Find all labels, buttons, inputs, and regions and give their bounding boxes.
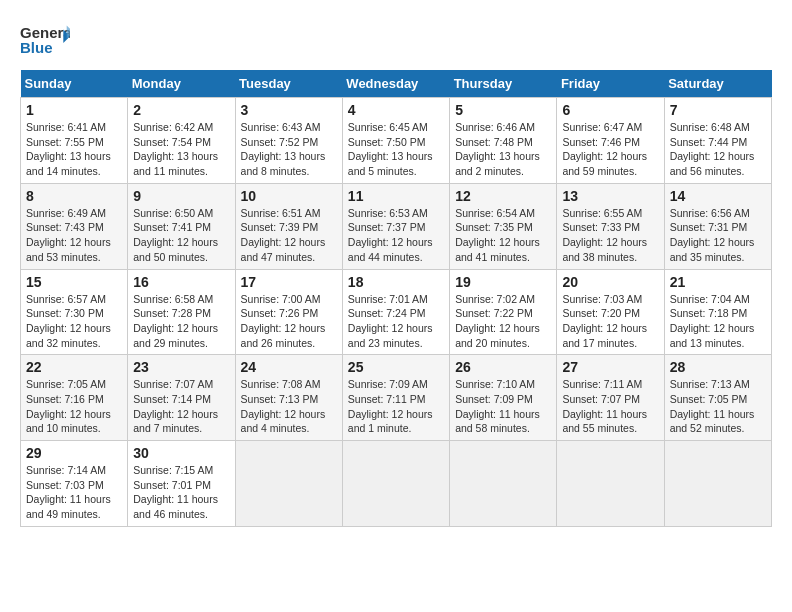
- day-number: 30: [133, 445, 229, 461]
- calendar-cell: 9Sunrise: 6:50 AM Sunset: 7:41 PM Daylig…: [128, 183, 235, 269]
- day-number: 24: [241, 359, 337, 375]
- calendar-cell: 21Sunrise: 7:04 AM Sunset: 7:18 PM Dayli…: [664, 269, 771, 355]
- day-number: 3: [241, 102, 337, 118]
- day-info: Sunrise: 6:56 AM Sunset: 7:31 PM Dayligh…: [670, 206, 766, 265]
- calendar-cell: [450, 441, 557, 527]
- day-number: 2: [133, 102, 229, 118]
- day-info: Sunrise: 7:11 AM Sunset: 7:07 PM Dayligh…: [562, 377, 658, 436]
- day-number: 14: [670, 188, 766, 204]
- calendar-cell: 3Sunrise: 6:43 AM Sunset: 7:52 PM Daylig…: [235, 98, 342, 184]
- calendar-cell: 14Sunrise: 6:56 AM Sunset: 7:31 PM Dayli…: [664, 183, 771, 269]
- day-number: 20: [562, 274, 658, 290]
- day-info: Sunrise: 6:41 AM Sunset: 7:55 PM Dayligh…: [26, 120, 122, 179]
- calendar-table: SundayMondayTuesdayWednesdayThursdayFrid…: [20, 70, 772, 527]
- day-info: Sunrise: 6:55 AM Sunset: 7:33 PM Dayligh…: [562, 206, 658, 265]
- calendar-cell: 18Sunrise: 7:01 AM Sunset: 7:24 PM Dayli…: [342, 269, 449, 355]
- day-number: 9: [133, 188, 229, 204]
- day-info: Sunrise: 6:48 AM Sunset: 7:44 PM Dayligh…: [670, 120, 766, 179]
- calendar-cell: 5Sunrise: 6:46 AM Sunset: 7:48 PM Daylig…: [450, 98, 557, 184]
- day-info: Sunrise: 7:04 AM Sunset: 7:18 PM Dayligh…: [670, 292, 766, 351]
- calendar-cell: 24Sunrise: 7:08 AM Sunset: 7:13 PM Dayli…: [235, 355, 342, 441]
- day-info: Sunrise: 6:53 AM Sunset: 7:37 PM Dayligh…: [348, 206, 444, 265]
- day-info: Sunrise: 6:45 AM Sunset: 7:50 PM Dayligh…: [348, 120, 444, 179]
- day-info: Sunrise: 7:01 AM Sunset: 7:24 PM Dayligh…: [348, 292, 444, 351]
- day-number: 28: [670, 359, 766, 375]
- day-number: 15: [26, 274, 122, 290]
- day-number: 21: [670, 274, 766, 290]
- calendar-cell: [664, 441, 771, 527]
- calendar-cell: 23Sunrise: 7:07 AM Sunset: 7:14 PM Dayli…: [128, 355, 235, 441]
- day-number: 4: [348, 102, 444, 118]
- day-number: 27: [562, 359, 658, 375]
- day-info: Sunrise: 7:14 AM Sunset: 7:03 PM Dayligh…: [26, 463, 122, 522]
- calendar-cell: 26Sunrise: 7:10 AM Sunset: 7:09 PM Dayli…: [450, 355, 557, 441]
- day-info: Sunrise: 6:58 AM Sunset: 7:28 PM Dayligh…: [133, 292, 229, 351]
- day-number: 18: [348, 274, 444, 290]
- day-info: Sunrise: 7:00 AM Sunset: 7:26 PM Dayligh…: [241, 292, 337, 351]
- day-number: 16: [133, 274, 229, 290]
- calendar-cell: 10Sunrise: 6:51 AM Sunset: 7:39 PM Dayli…: [235, 183, 342, 269]
- day-info: Sunrise: 7:13 AM Sunset: 7:05 PM Dayligh…: [670, 377, 766, 436]
- day-info: Sunrise: 7:02 AM Sunset: 7:22 PM Dayligh…: [455, 292, 551, 351]
- column-header-saturday: Saturday: [664, 70, 771, 98]
- calendar-header-row: SundayMondayTuesdayWednesdayThursdayFrid…: [21, 70, 772, 98]
- day-info: Sunrise: 6:49 AM Sunset: 7:43 PM Dayligh…: [26, 206, 122, 265]
- day-info: Sunrise: 6:46 AM Sunset: 7:48 PM Dayligh…: [455, 120, 551, 179]
- day-number: 26: [455, 359, 551, 375]
- day-info: Sunrise: 7:07 AM Sunset: 7:14 PM Dayligh…: [133, 377, 229, 436]
- day-info: Sunrise: 6:42 AM Sunset: 7:54 PM Dayligh…: [133, 120, 229, 179]
- day-info: Sunrise: 7:03 AM Sunset: 7:20 PM Dayligh…: [562, 292, 658, 351]
- calendar-cell: 4Sunrise: 6:45 AM Sunset: 7:50 PM Daylig…: [342, 98, 449, 184]
- logo-icon: General Blue: [20, 20, 70, 60]
- day-number: 5: [455, 102, 551, 118]
- calendar-cell: 8Sunrise: 6:49 AM Sunset: 7:43 PM Daylig…: [21, 183, 128, 269]
- day-number: 7: [670, 102, 766, 118]
- calendar-cell: 15Sunrise: 6:57 AM Sunset: 7:30 PM Dayli…: [21, 269, 128, 355]
- logo: General Blue: [20, 20, 70, 60]
- calendar-cell: 19Sunrise: 7:02 AM Sunset: 7:22 PM Dayli…: [450, 269, 557, 355]
- column-header-sunday: Sunday: [21, 70, 128, 98]
- day-number: 23: [133, 359, 229, 375]
- day-number: 1: [26, 102, 122, 118]
- calendar-cell: 2Sunrise: 6:42 AM Sunset: 7:54 PM Daylig…: [128, 98, 235, 184]
- calendar-cell: 1Sunrise: 6:41 AM Sunset: 7:55 PM Daylig…: [21, 98, 128, 184]
- column-header-friday: Friday: [557, 70, 664, 98]
- day-info: Sunrise: 7:08 AM Sunset: 7:13 PM Dayligh…: [241, 377, 337, 436]
- calendar-cell: [557, 441, 664, 527]
- day-info: Sunrise: 6:43 AM Sunset: 7:52 PM Dayligh…: [241, 120, 337, 179]
- day-info: Sunrise: 6:54 AM Sunset: 7:35 PM Dayligh…: [455, 206, 551, 265]
- calendar-cell: [342, 441, 449, 527]
- day-number: 13: [562, 188, 658, 204]
- day-number: 6: [562, 102, 658, 118]
- calendar-week-3: 15Sunrise: 6:57 AM Sunset: 7:30 PM Dayli…: [21, 269, 772, 355]
- calendar-cell: 6Sunrise: 6:47 AM Sunset: 7:46 PM Daylig…: [557, 98, 664, 184]
- day-number: 12: [455, 188, 551, 204]
- calendar-cell: [235, 441, 342, 527]
- calendar-cell: 22Sunrise: 7:05 AM Sunset: 7:16 PM Dayli…: [21, 355, 128, 441]
- day-number: 11: [348, 188, 444, 204]
- calendar-cell: 7Sunrise: 6:48 AM Sunset: 7:44 PM Daylig…: [664, 98, 771, 184]
- calendar-cell: 11Sunrise: 6:53 AM Sunset: 7:37 PM Dayli…: [342, 183, 449, 269]
- day-info: Sunrise: 6:57 AM Sunset: 7:30 PM Dayligh…: [26, 292, 122, 351]
- day-number: 10: [241, 188, 337, 204]
- calendar-cell: 28Sunrise: 7:13 AM Sunset: 7:05 PM Dayli…: [664, 355, 771, 441]
- calendar-week-5: 29Sunrise: 7:14 AM Sunset: 7:03 PM Dayli…: [21, 441, 772, 527]
- column-header-wednesday: Wednesday: [342, 70, 449, 98]
- day-info: Sunrise: 6:51 AM Sunset: 7:39 PM Dayligh…: [241, 206, 337, 265]
- day-number: 17: [241, 274, 337, 290]
- calendar-cell: 29Sunrise: 7:14 AM Sunset: 7:03 PM Dayli…: [21, 441, 128, 527]
- day-number: 19: [455, 274, 551, 290]
- column-header-monday: Monday: [128, 70, 235, 98]
- calendar-cell: 13Sunrise: 6:55 AM Sunset: 7:33 PM Dayli…: [557, 183, 664, 269]
- day-info: Sunrise: 7:09 AM Sunset: 7:11 PM Dayligh…: [348, 377, 444, 436]
- svg-text:Blue: Blue: [20, 39, 53, 56]
- calendar-cell: 20Sunrise: 7:03 AM Sunset: 7:20 PM Dayli…: [557, 269, 664, 355]
- calendar-week-4: 22Sunrise: 7:05 AM Sunset: 7:16 PM Dayli…: [21, 355, 772, 441]
- day-info: Sunrise: 7:15 AM Sunset: 7:01 PM Dayligh…: [133, 463, 229, 522]
- calendar-cell: 25Sunrise: 7:09 AM Sunset: 7:11 PM Dayli…: [342, 355, 449, 441]
- calendar-week-1: 1Sunrise: 6:41 AM Sunset: 7:55 PM Daylig…: [21, 98, 772, 184]
- day-number: 29: [26, 445, 122, 461]
- day-info: Sunrise: 6:50 AM Sunset: 7:41 PM Dayligh…: [133, 206, 229, 265]
- day-number: 8: [26, 188, 122, 204]
- calendar-week-2: 8Sunrise: 6:49 AM Sunset: 7:43 PM Daylig…: [21, 183, 772, 269]
